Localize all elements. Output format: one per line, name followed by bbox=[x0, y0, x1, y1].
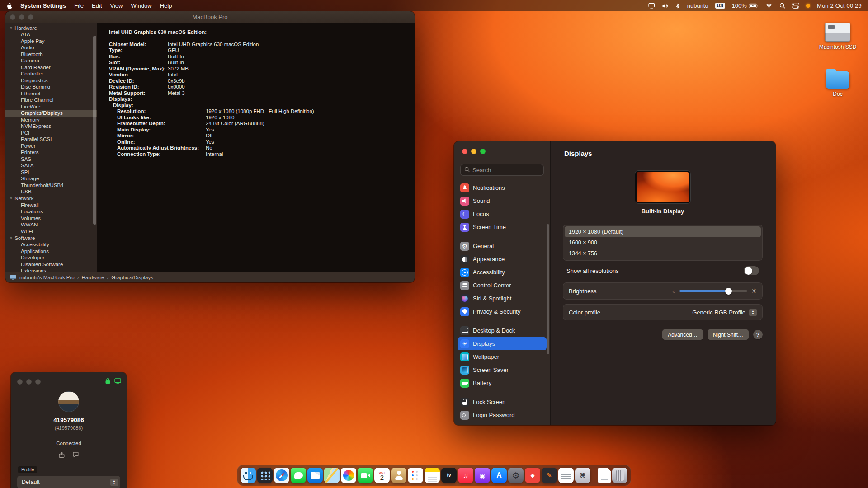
dock-reminders[interactable] bbox=[408, 468, 423, 483]
search-input[interactable] bbox=[472, 167, 540, 174]
sysinfo-item-nvmexpress[interactable]: NVMExpress bbox=[5, 123, 97, 130]
menu-bar-username[interactable]: nubuntu bbox=[687, 2, 708, 9]
sysinfo-section-network[interactable]: ∨Network bbox=[5, 195, 97, 202]
close-button[interactable] bbox=[17, 379, 23, 385]
sysinfo-titlebar[interactable]: MacBook Pro bbox=[5, 11, 415, 23]
dock-notes[interactable] bbox=[425, 468, 440, 483]
sysinfo-item-firewire[interactable]: FireWire bbox=[5, 103, 97, 110]
settings-nav-notifications[interactable]: Notifications bbox=[458, 181, 547, 194]
sysinfo-item-ata[interactable]: ATA bbox=[5, 31, 97, 38]
menu-window[interactable]: Window bbox=[131, 2, 151, 9]
sysinfo-item-controller[interactable]: Controller bbox=[5, 70, 97, 77]
sysinfo-section-software[interactable]: ∨Software bbox=[5, 235, 97, 241]
sysinfo-item-usb[interactable]: USB bbox=[5, 188, 97, 195]
resolution-option[interactable]: 1344 × 756 bbox=[565, 248, 761, 259]
color-profile-select[interactable]: Generic RGB Profile ▲▼ bbox=[692, 309, 757, 316]
settings-nav-wallpaper[interactable]: Wallpaper bbox=[458, 350, 547, 363]
dock-document[interactable] bbox=[598, 468, 611, 483]
sysinfo-item-power[interactable]: Power bbox=[5, 143, 97, 150]
profile-dropdown[interactable]: Default ▲▼ bbox=[17, 476, 120, 488]
dock-finder[interactable] bbox=[241, 468, 256, 483]
sysinfo-item-bluetooth[interactable]: Bluetooth bbox=[5, 51, 97, 58]
zoom-button[interactable] bbox=[480, 149, 486, 154]
desktop-icon-doc[interactable]: Doc bbox=[817, 70, 859, 97]
dock-facetime[interactable] bbox=[358, 468, 373, 483]
dock-podcasts[interactable]: ◉ bbox=[475, 468, 490, 483]
sysinfo-item-thunderbolt-usb4[interactable]: Thunderbolt/USB4 bbox=[5, 182, 97, 189]
sysinfo-item-wwan[interactable]: WWAN bbox=[5, 221, 97, 228]
battery-indicator[interactable]: 100% bbox=[732, 2, 759, 9]
close-button[interactable] bbox=[462, 149, 467, 154]
zoom-button[interactable] bbox=[35, 379, 41, 385]
sysinfo-item-apple-pay[interactable]: Apple Pay bbox=[5, 38, 97, 45]
settings-nav-sound[interactable]: Sound bbox=[458, 194, 547, 207]
sysinfo-item-volumes[interactable]: Volumes bbox=[5, 215, 97, 222]
dock-music[interactable]: ♫ bbox=[458, 468, 473, 483]
breadcrumb-item[interactable]: Graphics/Displays bbox=[111, 275, 153, 280]
settings-nav-displays[interactable]: Displays bbox=[458, 337, 547, 350]
input-source-indicator[interactable]: US bbox=[715, 3, 725, 9]
sysinfo-item-diagnostics[interactable]: Diagnostics bbox=[5, 77, 97, 84]
dock-settings[interactable]: ⚙ bbox=[508, 468, 524, 483]
breadcrumb-item[interactable]: Hardware bbox=[82, 275, 104, 280]
sysinfo-item-disabled-software[interactable]: Disabled Software bbox=[5, 261, 97, 268]
sysinfo-item-graphics-displays[interactable]: Graphics/Displays bbox=[5, 110, 97, 117]
settings-nav-accessibility[interactable]: Accessibility bbox=[458, 266, 547, 279]
sysinfo-item-card-reader[interactable]: Card Reader bbox=[5, 64, 97, 71]
active-app-menu[interactable]: System Settings bbox=[20, 2, 66, 9]
dock-appstore[interactable]: A bbox=[491, 468, 507, 483]
help-button[interactable]: ? bbox=[753, 330, 763, 339]
dock-launchpad[interactable] bbox=[257, 468, 273, 483]
sysinfo-item-sas[interactable]: SAS bbox=[5, 156, 97, 163]
settings-nav-battery[interactable]: Battery bbox=[458, 376, 547, 389]
settings-nav-lock-screen[interactable]: Lock Screen bbox=[458, 395, 547, 408]
sysinfo-item-storage[interactable]: Storage bbox=[5, 175, 97, 182]
dock-utility[interactable]: ⌘ bbox=[575, 468, 590, 483]
settings-nav-siri[interactable]: Siri & Spotlight bbox=[458, 292, 547, 305]
desktop-icon-macintosh-ssd[interactable]: Macintosh SSD bbox=[817, 23, 859, 50]
screen-share-icon[interactable] bbox=[648, 3, 655, 9]
menu-edit[interactable]: Edit bbox=[92, 2, 102, 9]
settings-sidebar-scrollbar[interactable] bbox=[547, 224, 549, 354]
settings-nav-login-password[interactable]: Login Password bbox=[458, 408, 547, 422]
sysinfo-sidebar-scrollbar[interactable] bbox=[93, 36, 96, 225]
brightness-slider[interactable] bbox=[679, 290, 747, 292]
spotlight-search-icon[interactable] bbox=[779, 3, 785, 9]
remote-monitor-icon[interactable] bbox=[114, 378, 121, 386]
sysinfo-item-locations[interactable]: Locations bbox=[5, 208, 97, 215]
bluetooth-icon[interactable] bbox=[675, 3, 680, 9]
settings-nav-control-center[interactable]: Control Center bbox=[458, 279, 547, 292]
minimize-button[interactable] bbox=[471, 149, 476, 154]
sysinfo-item-ethernet[interactable]: Ethernet bbox=[5, 90, 97, 97]
dock-textedit[interactable] bbox=[558, 468, 574, 483]
dock-calendar[interactable]: OCT2 bbox=[374, 468, 390, 483]
menu-bar-clock[interactable]: Mon 2 Oct 00.29 bbox=[817, 2, 862, 9]
dock-messages[interactable] bbox=[291, 468, 306, 483]
dock-trash[interactable] bbox=[612, 468, 627, 483]
apple-menu[interactable] bbox=[6, 2, 12, 9]
sysinfo-item-pci[interactable]: PCI bbox=[5, 130, 97, 136]
dock-mail[interactable] bbox=[307, 468, 323, 483]
sysinfo-item-spi[interactable]: SPI bbox=[5, 169, 97, 176]
settings-nav-desktop-dock[interactable]: Desktop & Dock bbox=[458, 324, 547, 337]
show-all-resolutions-toggle[interactable] bbox=[744, 266, 759, 275]
settings-nav-screen-saver[interactable]: Screen Saver bbox=[458, 363, 547, 376]
settings-search[interactable] bbox=[460, 164, 544, 176]
file-transfer-icon[interactable] bbox=[58, 451, 65, 460]
sysinfo-item-camera[interactable]: Camera bbox=[5, 57, 97, 64]
dock-photos[interactable] bbox=[341, 468, 356, 483]
chat-icon[interactable] bbox=[72, 451, 79, 460]
settings-nav-privacy[interactable]: Privacy & Security bbox=[458, 305, 547, 318]
dock-contacts[interactable] bbox=[391, 468, 406, 483]
menu-file[interactable]: File bbox=[74, 2, 84, 9]
settings-nav-screen-time[interactable]: Screen Time bbox=[458, 221, 547, 234]
sysinfo-item-extensions[interactable]: Extensions bbox=[5, 267, 97, 272]
sysinfo-item-fibre-channel[interactable]: Fibre Channel bbox=[5, 97, 97, 103]
sysinfo-item-sata[interactable]: SATA bbox=[5, 162, 97, 169]
sysinfo-item-parallel-scsi[interactable]: Parallel SCSI bbox=[5, 136, 97, 143]
control-center-icon[interactable] bbox=[792, 3, 799, 9]
sysinfo-item-audio[interactable]: Audio bbox=[5, 44, 97, 51]
minimize-button[interactable] bbox=[26, 379, 32, 385]
settings-nav-general[interactable]: General bbox=[458, 239, 547, 253]
sysinfo-item-developer[interactable]: Developer bbox=[5, 254, 97, 261]
